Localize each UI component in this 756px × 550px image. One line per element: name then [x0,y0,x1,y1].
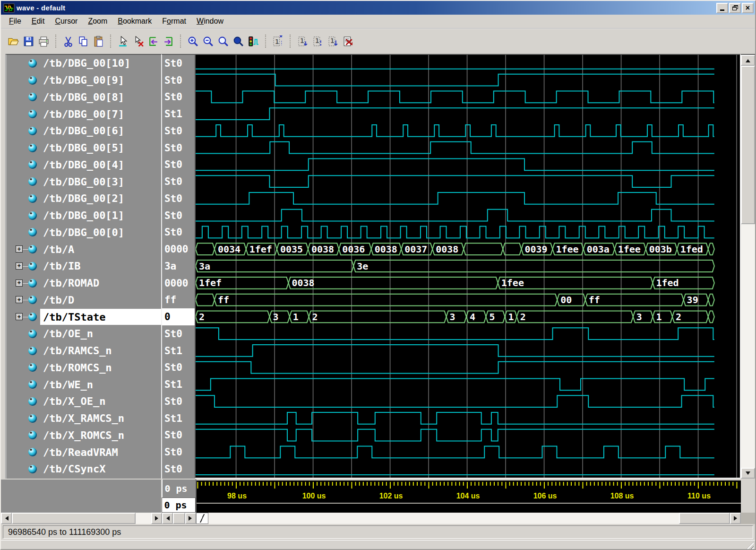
cursor-track[interactable] [197,503,741,514]
signal-name-cell[interactable]: /tb/ROMAD [40,275,161,291]
signal-row-tstate[interactable]: +/tb/TState [6,308,161,325]
signal-name-cell[interactable]: /tb/DBG_00[10] [40,55,161,71]
signal-row-dbg_00[7][interactable]: /tb/DBG_00[7] [6,105,161,122]
prev-transition-button[interactable] [146,34,161,49]
time-ruler-zone[interactable]: 98 us100 us102 us104 us106 us108 us110 u… [196,479,741,513]
signal-value-ib[interactable]: 3a [162,258,195,275]
signal-value-we_n[interactable]: St1 [162,376,195,393]
signal-row-x_ramcs_n[interactable]: /tb/X_RAMCS_n [6,410,161,427]
find-prev-button[interactable]: 1 [310,34,325,49]
signal-row-dbg_00[6][interactable]: /tb/DBG_00[6] [6,122,161,140]
signal-value-a[interactable]: 0000 [162,241,195,258]
signal-row-x_oe_n[interactable]: /tb/X_OE_n [6,393,161,410]
wave-hscrollbar-left-box[interactable] [196,513,208,524]
signal-value-x_ramcs_n[interactable]: St1 [162,410,195,427]
values-hscrollbar[interactable] [162,513,196,524]
find-next-button[interactable]: 1 [325,34,340,49]
paste-button[interactable] [91,34,106,49]
signal-value-x_romcs_n[interactable]: St0 [162,427,195,444]
signal-name-panel[interactable]: /tb/DBG_00[10]/tb/DBG_00[9]/tb/DBG_00[8]… [6,54,161,479]
signal-value-romad[interactable]: 0000 [162,275,195,292]
signal-value-ramcs_n[interactable]: St1 [162,342,195,359]
signal-row-dbg_00[2][interactable]: /tb/DBG_00[2] [6,190,161,207]
signal-name-cell[interactable]: /tb/RAMCS_n [40,343,161,359]
restore-button[interactable] [729,3,741,13]
signal-row-dbg_00[8][interactable]: /tb/DBG_00[8] [6,89,161,106]
signal-name-cell[interactable]: /tb/IB [40,258,161,274]
signal-row-romcs_n[interactable]: /tb/ROMCS_n [6,359,161,376]
signal-name-cell[interactable]: /tb/DBG_00[6] [40,123,161,139]
names-hscrollbar-thumb[interactable] [12,513,136,524]
copy-button[interactable] [76,34,91,49]
signal-name-cell[interactable]: /tb/DBG_00[1] [40,208,161,224]
zoom-full-button[interactable] [231,34,246,49]
scroll-down-button[interactable] [741,468,755,479]
signal-row-ib[interactable]: +/tb/IB [6,258,161,275]
names-hscrollbar-track[interactable] [136,513,151,524]
signal-name-cell[interactable]: /tb/X_OE_n [40,393,161,410]
signal-row-dbg_00[4][interactable]: /tb/DBG_00[4] [6,157,161,174]
signal-value-dbg_00[0][interactable]: St0 [162,224,195,241]
signal-row-readvram[interactable]: /tb/ReadVRAM [6,444,161,461]
names-hscrollbar[interactable] [1,513,162,524]
signal-name-cell[interactable]: /tb/DBG_00[8] [40,89,161,105]
signal-row-dbg_00[1][interactable]: /tb/DBG_00[1] [6,207,161,224]
signal-row-dbg_00[3][interactable]: /tb/DBG_00[3] [6,173,161,190]
menu-window[interactable]: Window [191,16,229,27]
wave-hscrollbar-track[interactable] [208,513,679,524]
expand-plus-icon[interactable]: + [16,296,23,303]
find-first-button[interactable]: 1 [295,34,310,49]
signal-value-dbg_00[9][interactable]: St0 [162,72,195,89]
zoom-range-button[interactable] [215,34,231,49]
open-button[interactable] [6,34,21,49]
values-scroll-right-button[interactable] [185,513,196,524]
signal-row-d[interactable]: +/tb/D [6,292,161,309]
signal-value-x_oe_n[interactable]: St0 [162,393,195,410]
signal-value-panel[interactable]: St0St0St0St1St0St0St0St0St0St0St000003a0… [161,54,195,479]
delete-cursor-button[interactable] [130,34,146,49]
cut-button[interactable] [60,34,76,49]
signal-row-dbg_00[5][interactable]: /tb/DBG_00[5] [6,140,161,157]
insert-cursor-button[interactable]: 1* [270,34,285,49]
expand-plus-icon[interactable]: + [16,313,23,320]
signal-name-cell[interactable]: /tb/ReadVRAM [40,444,161,460]
resize-grip-icon[interactable] [746,542,754,550]
signal-row-dbg_00[10][interactable]: /tb/DBG_00[10] [6,55,161,72]
print-button[interactable] [36,34,51,49]
vertical-scrollbar[interactable] [741,54,755,479]
signal-value-dbg_00[10][interactable]: St0 [162,55,195,72]
signal-row-oe_n[interactable]: /tb/OE_n [6,325,161,342]
menu-bookmark[interactable]: Bookmark [112,16,157,27]
waveform-panel[interactable]: 00341fef00350038003600380037003800391fee… [195,54,741,479]
signal-value-dbg_00[3][interactable]: St0 [162,173,195,190]
signal-name-cell[interactable]: /tb/WE_n [40,376,161,393]
signal-name-cell[interactable]: /tb/ROMCS_n [40,360,161,376]
expand-plus-icon[interactable]: + [16,262,23,270]
signal-row-a[interactable]: +/tb/A [6,241,161,258]
signal-name-cell[interactable]: /tb/A [40,241,161,257]
signal-row-csyncx[interactable]: /tb/CSyncX [6,461,161,478]
vertical-scrollbar-track[interactable] [741,224,755,468]
signal-value-tstate[interactable]: 0 [162,308,195,325]
signal-value-dbg_00[8][interactable]: St0 [162,89,195,106]
edit-wave-button[interactable] [340,34,355,49]
cursor-time-field[interactable]: 0 ps [162,498,196,513]
title-bar[interactable]: wave - default × [1,1,755,15]
names-scroll-right-button[interactable] [151,513,162,524]
values-scroll-left-button[interactable] [162,513,173,524]
signal-name-cell[interactable]: /tb/TState [40,309,161,325]
signal-name-cell[interactable]: /tb/DBG_00[7] [40,106,161,122]
menu-file[interactable]: File [4,16,26,27]
signal-name-cell[interactable]: /tb/CSyncX [40,461,161,477]
zoom-out-button[interactable] [200,34,215,49]
signal-value-d[interactable]: ff [162,292,195,309]
wave-scroll-right-button[interactable] [730,513,741,524]
save-button[interactable] [21,34,36,49]
minimize-button[interactable] [716,3,728,13]
signal-name-cell[interactable]: /tb/DBG_00[2] [40,191,161,207]
next-transition-button[interactable] [161,34,176,49]
signal-name-cell[interactable]: /tb/DBG_00[5] [40,140,161,156]
signal-value-oe_n[interactable]: St0 [162,325,195,342]
signal-value-dbg_00[7][interactable]: St1 [162,105,195,122]
signal-name-cell[interactable]: /tb/D [40,292,161,308]
